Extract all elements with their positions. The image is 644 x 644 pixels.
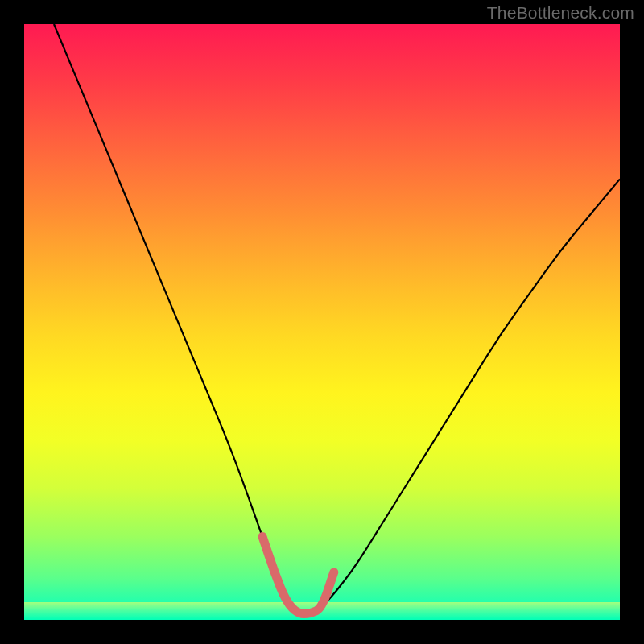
watermark-text: TheBottleneck.com	[487, 3, 634, 23]
chart-frame: TheBottleneck.com	[0, 0, 644, 644]
bottleneck-curve	[24, 24, 620, 620]
curve-main-path	[54, 24, 620, 613]
curve-highlight-path	[262, 536, 334, 613]
